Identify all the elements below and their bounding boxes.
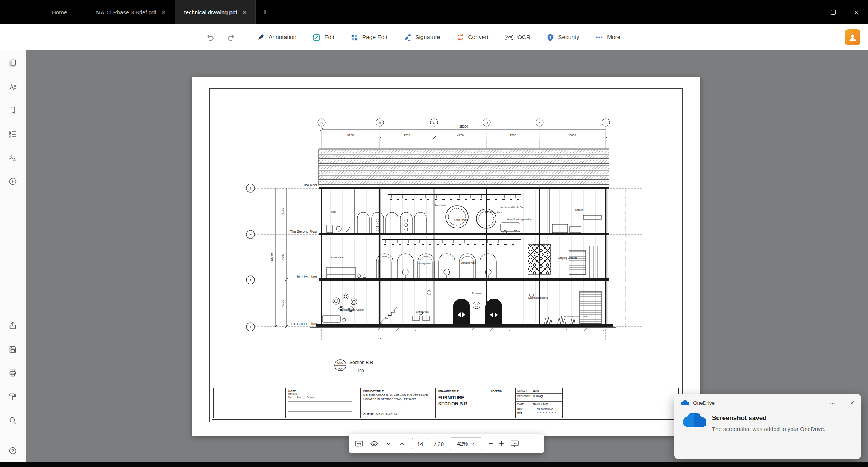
close-button[interactable]: ✕ [845, 0, 868, 24]
tab-technical-drawing[interactable]: technical drawing.pdf ✕ [175, 0, 256, 24]
redo-icon [226, 33, 235, 42]
print-button[interactable] [8, 368, 18, 378]
previous-page-button[interactable] [398, 440, 406, 447]
maximize-button[interactable] [821, 0, 845, 24]
room-label: Food Wall [434, 204, 446, 207]
document-canvas: A B C D E F 25200 5100 4790 4770 4700 [26, 50, 868, 462]
date-row: DATE : 10 JULY 2023 [516, 402, 562, 407]
pdf-page: A B C D E F 25200 5100 4790 4770 4700 [192, 77, 700, 436]
bookmarks-panel-button[interactable] [8, 106, 18, 115]
level-number: 3 [249, 233, 251, 237]
toast-message: The screenshot was added to your OneDriv… [712, 425, 829, 434]
thumbnails-panel-button[interactable] [8, 58, 18, 68]
room-label: Meals on Wheels Bus [501, 206, 525, 209]
security-tool[interactable]: Security [546, 33, 579, 42]
chevron-up-icon [398, 440, 406, 447]
tab-close-icon[interactable]: ✕ [162, 10, 166, 15]
left-sidebar: 文A ? [0, 50, 26, 462]
help-icon: ? [8, 446, 17, 455]
tab-close-icon[interactable]: ✕ [242, 10, 246, 15]
level-bubbles [246, 184, 255, 331]
save-icon [8, 345, 17, 354]
ocr-badge-text: OCR [506, 36, 513, 39]
tab-label: technical drawing.pdf [184, 9, 237, 15]
level-number: 1 [249, 325, 251, 329]
font-icon [8, 82, 17, 91]
signature-tool[interactable]: Signature [403, 33, 440, 42]
toast-more-icon[interactable]: ⋯ [829, 399, 836, 407]
page-edit-tool[interactable]: Page Edit [350, 33, 387, 42]
rev-cell: REV : RV2 [516, 407, 535, 418]
toast-close-icon[interactable]: ✕ [850, 400, 854, 406]
translate-icon: 文A [8, 153, 17, 162]
title-block-blank-right [563, 388, 678, 418]
translate-panel-button[interactable]: 文A [8, 153, 18, 163]
tab-aiadii-brief[interactable]: AIADII Phase 3 Brief.pdf ✕ [86, 0, 175, 24]
room-label: Food Pickup [454, 219, 468, 222]
title-block-drawing-title: DRAWING TITLE : FURNITURE SECTION B-B [436, 388, 488, 418]
svg-text:A: A [13, 157, 16, 162]
ocr-icon: OCR [504, 33, 514, 42]
onedrive-logo-icon [681, 400, 689, 406]
page-total-label: / 20 [434, 441, 444, 447]
ai-assistant-button[interactable] [8, 177, 18, 186]
page-number-input[interactable] [412, 438, 428, 449]
help-button[interactable]: ? [8, 446, 18, 456]
zoom-select[interactable]: 42% [450, 437, 482, 450]
read-mode-button[interactable] [370, 439, 379, 448]
undo-button[interactable] [206, 33, 215, 42]
search-button[interactable] [8, 416, 18, 425]
revision-label: REVISION [288, 393, 358, 395]
rev-drawingno-row: REV : RV2 DRAWING NO. : [516, 407, 562, 418]
redo-button[interactable] [226, 33, 235, 42]
presentation-button[interactable] [510, 439, 519, 449]
minimize-icon [807, 12, 812, 13]
close-icon: ✕ [854, 9, 859, 16]
share-button[interactable] [8, 321, 18, 331]
person-icon [848, 32, 857, 42]
more-tools[interactable]: More [595, 33, 620, 42]
designer-row: DESIGNER : LI MINQI [516, 394, 562, 402]
floor-label: The First Floor [295, 275, 317, 279]
room-label: Small Snack Corner [342, 308, 364, 311]
scale-label: SCALE : [517, 390, 531, 392]
toast-app-name: OneDrive [693, 400, 715, 406]
page-edit-icon [350, 33, 359, 42]
viewer-bottom-toolbar: / 20 42% − + [349, 434, 544, 453]
scale-row: SCALE : 1:100 [516, 388, 562, 394]
next-page-button[interactable] [385, 440, 392, 447]
user-avatar[interactable] [845, 29, 860, 45]
fit-width-button[interactable] [355, 439, 364, 448]
room-label: VIP Dining Area [485, 211, 502, 214]
floor-label: The Roof [303, 183, 317, 187]
text-settings-panel-button[interactable] [8, 82, 18, 92]
outline-panel-button[interactable] [8, 129, 18, 139]
room-label: Sitting Area [418, 262, 431, 265]
zoom-in-button[interactable]: + [499, 440, 504, 448]
segment-dimensions: 5100 4790 4770 4700 5830 [347, 133, 576, 137]
save-button[interactable] [8, 345, 18, 354]
ocr-tool[interactable]: OCR OCR [504, 33, 530, 42]
signature-icon [403, 33, 412, 42]
room-label: Fountain [472, 292, 482, 295]
rev-value: RV2 [517, 412, 533, 414]
convert-label: Convert [468, 34, 488, 41]
paint-roller-button[interactable] [8, 392, 18, 402]
ai-sparkle-icon [8, 177, 17, 186]
room-label: Standing Area [461, 261, 476, 264]
edit-tool[interactable]: Edit [312, 33, 334, 42]
onedrive-notification: OneDrive ⋯ ✕ Screenshot saved The screen… [674, 394, 861, 459]
grid-letter: A [320, 121, 323, 125]
maximize-icon [831, 10, 836, 15]
revision-row [288, 402, 352, 405]
minimize-button[interactable] [798, 0, 821, 24]
svg-text:?: ? [12, 449, 14, 453]
project-title-label: PROJECT TITLE : [363, 390, 432, 393]
annotation-tool[interactable]: Annotation [256, 33, 296, 42]
zoom-out-button[interactable]: − [488, 440, 493, 448]
roof-louvers [319, 149, 609, 186]
section-marker-bottom: SC [338, 367, 342, 371]
new-tab-button[interactable]: + [255, 0, 274, 24]
tab-home[interactable]: Home [33, 0, 86, 24]
convert-tool[interactable]: Convert [456, 33, 488, 42]
